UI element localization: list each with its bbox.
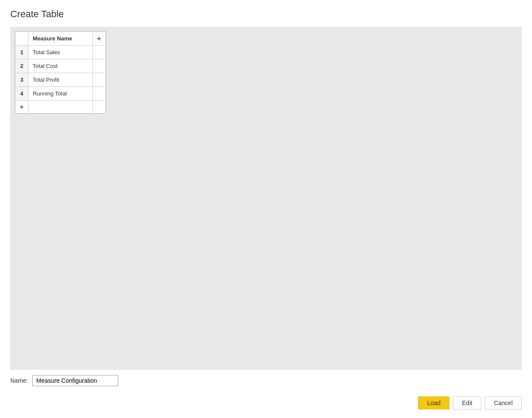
row-num-3: 3 (15, 73, 28, 87)
add-row-name-cell[interactable] (28, 101, 93, 114)
button-row: Load Edit Cancel (10, 396, 522, 409)
measure-table: Measure Name + 1 Total Sales 2 Total Cos… (15, 31, 106, 114)
table-row: 2 Total Cost (15, 59, 106, 73)
name-input[interactable] (32, 375, 118, 386)
edit-button[interactable]: Edit (453, 396, 481, 409)
row-2-plus (93, 59, 106, 73)
add-row: + (15, 101, 106, 114)
table-row: 4 Running Total (15, 87, 106, 101)
load-button[interactable]: Load (418, 396, 449, 409)
table-wrapper: Measure Name + 1 Total Sales 2 Total Cos… (15, 31, 106, 114)
add-row-plus-cell (93, 101, 106, 114)
row-3-plus (93, 73, 106, 87)
bottom-section: Name: Load Edit Cancel (10, 375, 522, 409)
cancel-button[interactable]: Cancel (485, 396, 522, 409)
row-4-measure[interactable]: Running Total (28, 87, 93, 101)
table-row: 1 Total Sales (15, 46, 106, 59)
row-3-measure[interactable]: Total Profit (28, 73, 93, 87)
table-row: 3 Total Profit (15, 73, 106, 87)
row-num-header (15, 32, 28, 46)
row-1-measure[interactable]: Total Sales (28, 46, 93, 59)
name-row: Name: (10, 375, 522, 386)
page-title: Create Table (10, 9, 522, 20)
row-4-plus (93, 87, 106, 101)
row-num-4: 4 (15, 87, 28, 101)
row-2-measure[interactable]: Total Cost (28, 59, 93, 73)
measure-name-header: Measure Name (28, 32, 93, 46)
main-content: Measure Name + 1 Total Sales 2 Total Cos… (10, 27, 522, 370)
row-num-2: 2 (15, 59, 28, 73)
add-column-button[interactable]: + (93, 32, 106, 46)
page-container: Create Table Measure Name + 1 Total Sale… (0, 0, 532, 418)
name-label: Name: (10, 377, 28, 384)
row-num-1: 1 (15, 46, 28, 59)
row-1-plus (93, 46, 106, 59)
add-row-button[interactable]: + (15, 101, 28, 114)
